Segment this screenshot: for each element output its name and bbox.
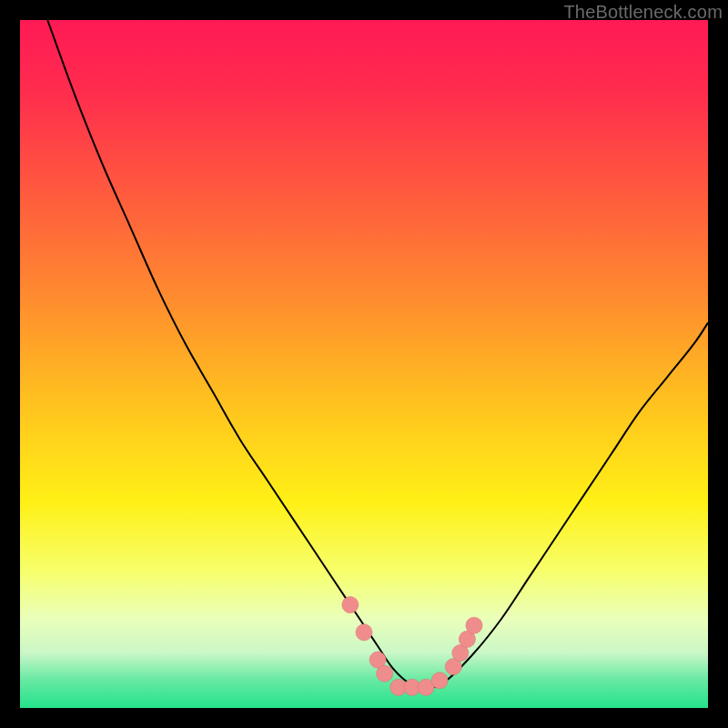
marker-point [377,665,393,682]
plot-area [20,20,708,708]
marker-point [431,672,448,689]
chart-svg [20,20,708,708]
attribution-text: TheBottleneck.com [563,2,723,23]
marker-point [342,597,359,613]
gradient-background [20,20,708,708]
marker-point [356,624,372,641]
chart-frame: TheBottleneck.com [0,0,728,728]
marker-point [466,617,482,633]
